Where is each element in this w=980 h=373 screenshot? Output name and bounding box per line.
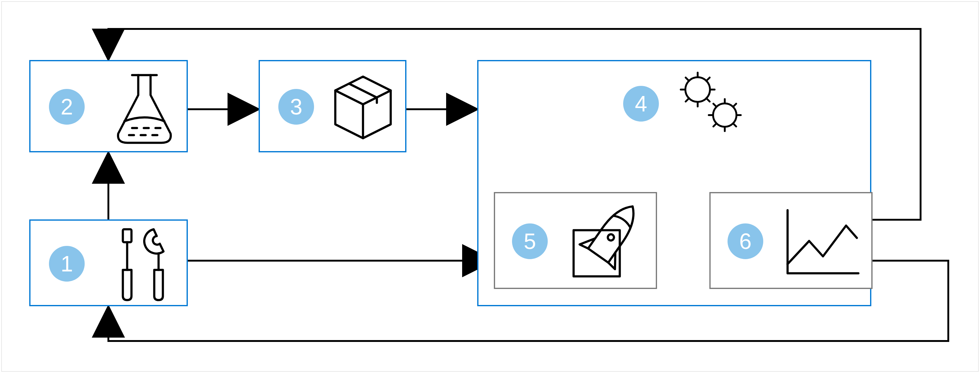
badge-1: 1 — [49, 246, 85, 282]
tools-icon — [111, 227, 175, 302]
svg-line-13 — [706, 98, 710, 102]
svg-point-9 — [686, 77, 710, 102]
node-5-deploy: 5 — [494, 192, 657, 289]
package-icon — [331, 73, 395, 141]
svg-line-22 — [733, 124, 736, 127]
svg-line-15 — [686, 98, 689, 102]
svg-point-28 — [606, 233, 615, 241]
badge-2: 2 — [49, 89, 85, 125]
svg-line-24 — [713, 124, 716, 127]
node-6-monitor: 6 — [710, 192, 873, 289]
svg-rect-29 — [123, 229, 132, 242]
svg-line-20 — [733, 104, 736, 107]
badge-3: 3 — [278, 89, 314, 125]
node-4-environment: 4 — [477, 60, 871, 306]
svg-point-18 — [713, 103, 737, 127]
svg-line-11 — [706, 78, 710, 81]
node-2-experiment: 2 — [29, 60, 188, 152]
diagram-canvas: 2 3 — [0, 0, 980, 373]
badge-6: 6 — [727, 224, 763, 259]
node-1-build: 1 — [29, 219, 188, 306]
node-3-package: 3 — [259, 60, 406, 152]
svg-line-17 — [686, 78, 689, 81]
rocket-icon — [564, 201, 648, 281]
badge-4: 4 — [623, 86, 659, 122]
chart-icon — [781, 207, 861, 278]
svg-line-26 — [713, 104, 716, 107]
svg-rect-27 — [574, 230, 620, 276]
svg-marker-7 — [335, 77, 391, 138]
gears-icon — [676, 70, 746, 135]
badge-5: 5 — [512, 224, 548, 259]
flask-icon — [111, 72, 178, 146]
